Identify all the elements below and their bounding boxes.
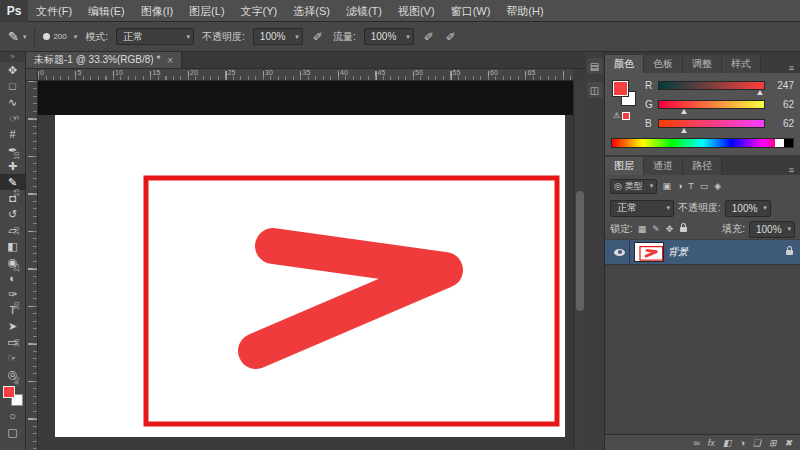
history-panel-icon[interactable]: ▤	[587, 58, 603, 74]
new-group-icon[interactable]: ❏	[753, 438, 761, 448]
menu-help[interactable]: 帮助(H)	[498, 0, 551, 22]
canvas-viewport[interactable]	[38, 81, 585, 450]
lasso-tool[interactable]: ∿	[0, 94, 25, 110]
menu-file[interactable]: 文件(F)	[28, 0, 80, 22]
tab-swatches[interactable]: 色板	[644, 55, 683, 73]
layer-thumbnail[interactable]	[634, 242, 664, 262]
menu-view[interactable]: 视图(V)	[390, 0, 443, 22]
fill-select[interactable]: 100% ▾	[749, 221, 795, 238]
brush-tool[interactable]: ✎	[0, 174, 25, 190]
canvas[interactable]	[55, 115, 565, 437]
crop-tool[interactable]: #	[0, 126, 25, 142]
lock-position-icon[interactable]: ✥	[665, 224, 675, 234]
dodge-tool[interactable]: ◐	[0, 270, 25, 286]
panel-menu-icon[interactable]: ≡	[783, 165, 800, 175]
menu-window[interactable]: 窗口(W)	[443, 0, 499, 22]
tab-adjustments[interactable]: 调整	[683, 55, 722, 73]
layer-style-fx-icon[interactable]: fx	[708, 438, 715, 448]
screen-mode-button[interactable]: ▢	[0, 424, 25, 440]
menu-layer[interactable]: 图层(L)	[181, 0, 232, 22]
document-tab[interactable]: 未标题-1 @ 33.3%(RGB/8) * ×	[26, 52, 182, 68]
black-chip[interactable]	[784, 139, 793, 147]
pen-tool[interactable]: ✑	[0, 286, 25, 302]
filter-smart-objects-icon[interactable]: ◈	[713, 181, 722, 191]
scrollbar-thumb[interactable]	[576, 191, 584, 311]
slider-marker[interactable]	[681, 128, 687, 133]
vertical-scrollbar[interactable]	[573, 81, 585, 450]
lock-transparency-icon[interactable]: ▦	[637, 224, 648, 234]
color-spectrum-ramp[interactable]	[611, 138, 794, 148]
layer-row-background[interactable]: 背景	[605, 239, 800, 265]
menu-filter[interactable]: 滤镜(T)	[338, 0, 390, 22]
horizontal-ruler[interactable]: 0 5 10 15 20 25 30 35 40 45 50 55 60 65	[38, 69, 573, 81]
menu-image[interactable]: 图像(I)	[133, 0, 181, 22]
properties-panel-icon[interactable]: ◫	[587, 82, 603, 98]
menu-edit[interactable]: 编辑(E)	[80, 0, 133, 22]
pressure-opacity-icon[interactable]: ✐	[311, 30, 325, 44]
airbrush-icon[interactable]: ✐	[422, 30, 436, 44]
layer-name[interactable]: 背景	[668, 245, 780, 259]
adjustment-layer-icon[interactable]: ◑	[739, 438, 744, 448]
layer-blend-mode-select[interactable]: 正常 ▾	[610, 200, 674, 217]
foreground-color-swatch[interactable]	[613, 81, 628, 96]
panel-menu-icon[interactable]: ≡	[783, 63, 800, 73]
color-swatches-widget[interactable]	[3, 386, 23, 406]
menu-select[interactable]: 选择(S)	[285, 0, 338, 22]
gradient-tool[interactable]: ◧	[0, 238, 25, 254]
tools-collapse-button[interactable]: »	[0, 52, 25, 62]
eye-icon	[614, 249, 625, 256]
filter-adjustment-layers-icon[interactable]: ◑	[676, 181, 683, 191]
move-tool[interactable]: ✥	[0, 62, 25, 78]
background-lock-icon[interactable]	[786, 250, 793, 255]
filter-shape-layers-icon[interactable]: ▭	[699, 181, 710, 191]
brush-preset-picker[interactable]: 200 ▾	[43, 32, 77, 41]
green-value[interactable]: 62	[770, 99, 794, 110]
menu-type[interactable]: 文字(Y)	[233, 0, 286, 22]
filter-pixel-layers-icon[interactable]: ▣	[661, 181, 672, 191]
blue-value[interactable]: 62	[770, 118, 794, 129]
spot-healing-tool[interactable]: ✚	[0, 158, 25, 174]
add-mask-icon[interactable]: ◧	[723, 438, 732, 448]
foreground-color-swatch[interactable]	[3, 386, 15, 398]
color-panel: 颜色 色板 调整 样式 ≡ ⚠	[605, 56, 800, 155]
green-slider[interactable]	[658, 100, 765, 109]
opacity-select[interactable]: 100% ▾	[253, 28, 303, 45]
close-tab-icon[interactable]: ×	[167, 55, 173, 66]
vertical-ruler[interactable]: 5 10 15 20 25 30 35 40	[26, 81, 38, 450]
layers-panel: 图层 通道 路径 ≡ ◎ 类型 ▾ ▣ ◑ T ▭ ◈	[605, 158, 800, 450]
layer-visibility-cell[interactable]	[610, 240, 630, 264]
link-layers-icon[interactable]: ∞	[693, 438, 699, 448]
quick-mask-button[interactable]: ○	[0, 408, 25, 424]
tab-channels[interactable]: 通道	[644, 157, 683, 175]
tab-layers[interactable]: 图层	[605, 157, 644, 175]
tab-styles[interactable]: 样式	[722, 55, 761, 73]
path-selection-tool[interactable]: ➤	[0, 318, 25, 334]
layer-filter-kind-select[interactable]: ◎ 类型 ▾	[610, 179, 657, 194]
marquee-tool[interactable]: □	[0, 78, 25, 94]
hand-tool[interactable]: ☞	[0, 350, 25, 366]
drawn-arrow-stroke	[256, 246, 445, 351]
green-channel-label: G	[645, 99, 656, 110]
lock-all-icon[interactable]	[680, 227, 687, 232]
pressure-size-icon[interactable]: ✐	[444, 30, 458, 44]
layer-opacity-select[interactable]: 100% ▾	[725, 200, 771, 217]
red-slider[interactable]	[658, 81, 765, 90]
red-value[interactable]: 247	[770, 80, 794, 91]
tab-color[interactable]: 颜色	[605, 55, 644, 73]
color-swatches-widget[interactable]: ⚠	[611, 79, 645, 123]
slider-marker[interactable]	[757, 90, 763, 95]
flow-select[interactable]: 100% ▾	[364, 28, 414, 45]
slider-marker[interactable]	[681, 109, 687, 114]
delete-layer-icon[interactable]: ✖	[784, 438, 792, 448]
new-layer-icon[interactable]: ⊞	[769, 438, 777, 448]
tool-preset-picker[interactable]: ✎ ▾	[8, 29, 26, 44]
filter-type-layers-icon[interactable]: T	[687, 181, 695, 191]
blue-slider[interactable]	[658, 119, 765, 128]
ruler-origin-corner[interactable]	[26, 69, 38, 81]
white-chip[interactable]	[775, 139, 784, 147]
blend-mode-select[interactable]: 正常 ▾	[116, 28, 194, 45]
tab-paths[interactable]: 路径	[683, 157, 722, 175]
lock-pixels-icon[interactable]: ✎	[651, 224, 661, 234]
gamut-warning[interactable]: ⚠	[613, 111, 630, 120]
history-brush-tool[interactable]: ↺	[0, 206, 25, 222]
